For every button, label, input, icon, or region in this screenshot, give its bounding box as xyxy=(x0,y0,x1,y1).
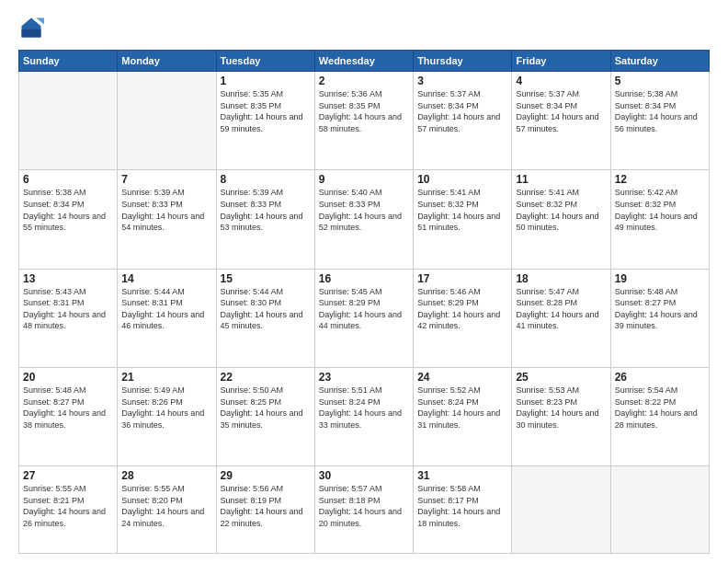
calendar-header-monday: Monday xyxy=(118,51,216,72)
day-info: Sunrise: 5:45 AMSunset: 8:29 PMDaylight:… xyxy=(319,286,409,332)
logo-icon xyxy=(18,15,44,40)
calendar-cell: 17Sunrise: 5:46 AMSunset: 8:29 PMDayligh… xyxy=(414,269,512,367)
day-number: 2 xyxy=(319,75,409,87)
day-info: Sunrise: 5:55 AMSunset: 8:20 PMDaylight:… xyxy=(121,483,211,529)
day-info: Sunrise: 5:42 AMSunset: 8:32 PMDaylight:… xyxy=(615,187,705,233)
day-info: Sunrise: 5:47 AMSunset: 8:28 PMDaylight:… xyxy=(516,286,606,332)
day-number: 27 xyxy=(23,469,113,482)
calendar-header-thursday: Thursday xyxy=(414,51,512,72)
day-number: 18 xyxy=(516,272,606,285)
day-info: Sunrise: 5:41 AMSunset: 8:32 PMDaylight:… xyxy=(516,187,606,233)
day-info: Sunrise: 5:56 AMSunset: 8:19 PMDaylight:… xyxy=(221,483,311,529)
day-number: 9 xyxy=(319,173,409,186)
calendar-cell: 14Sunrise: 5:44 AMSunset: 8:31 PMDayligh… xyxy=(118,269,216,367)
day-info: Sunrise: 5:44 AMSunset: 8:31 PMDaylight:… xyxy=(121,286,211,332)
calendar-cell: 21Sunrise: 5:49 AMSunset: 8:26 PMDayligh… xyxy=(118,367,216,465)
day-info: Sunrise: 5:39 AMSunset: 8:33 PMDaylight:… xyxy=(221,187,311,233)
header xyxy=(18,15,710,40)
calendar-cell: 4Sunrise: 5:37 AMSunset: 8:34 PMDaylight… xyxy=(512,72,610,170)
calendar-cell: 28Sunrise: 5:55 AMSunset: 8:20 PMDayligh… xyxy=(118,466,216,554)
calendar-header-saturday: Saturday xyxy=(610,51,709,72)
day-info: Sunrise: 5:57 AMSunset: 8:18 PMDaylight:… xyxy=(319,483,409,529)
day-info: Sunrise: 5:46 AMSunset: 8:29 PMDaylight:… xyxy=(417,286,507,332)
calendar-header-friday: Friday xyxy=(512,51,610,72)
calendar-cell: 31Sunrise: 5:58 AMSunset: 8:17 PMDayligh… xyxy=(414,466,512,554)
day-number: 16 xyxy=(319,272,409,285)
svg-rect-2 xyxy=(22,29,41,38)
calendar-cell: 5Sunrise: 5:38 AMSunset: 8:34 PMDaylight… xyxy=(610,72,709,170)
calendar-cell: 22Sunrise: 5:50 AMSunset: 8:25 PMDayligh… xyxy=(216,367,314,465)
day-info: Sunrise: 5:58 AMSunset: 8:17 PMDaylight:… xyxy=(417,483,507,529)
day-info: Sunrise: 5:40 AMSunset: 8:33 PMDaylight:… xyxy=(319,187,409,233)
calendar-cell: 26Sunrise: 5:54 AMSunset: 8:22 PMDayligh… xyxy=(610,367,709,465)
day-number: 31 xyxy=(417,469,507,482)
calendar-cell xyxy=(118,72,216,170)
day-number: 8 xyxy=(221,173,311,186)
day-info: Sunrise: 5:44 AMSunset: 8:30 PMDaylight:… xyxy=(221,286,311,332)
day-number: 3 xyxy=(417,75,507,87)
day-info: Sunrise: 5:39 AMSunset: 8:33 PMDaylight:… xyxy=(121,187,211,233)
day-info: Sunrise: 5:50 AMSunset: 8:25 PMDaylight:… xyxy=(221,385,311,431)
day-info: Sunrise: 5:55 AMSunset: 8:21 PMDaylight:… xyxy=(23,483,113,529)
day-number: 19 xyxy=(615,272,705,285)
calendar-cell: 6Sunrise: 5:38 AMSunset: 8:34 PMDaylight… xyxy=(19,170,118,269)
calendar-header-wednesday: Wednesday xyxy=(314,51,413,72)
calendar-cell: 25Sunrise: 5:53 AMSunset: 8:23 PMDayligh… xyxy=(512,367,610,465)
calendar-cell: 13Sunrise: 5:43 AMSunset: 8:31 PMDayligh… xyxy=(19,269,118,367)
day-number: 14 xyxy=(121,272,211,285)
calendar-cell xyxy=(512,466,610,554)
day-number: 26 xyxy=(615,371,705,384)
day-number: 25 xyxy=(516,371,606,384)
day-number: 7 xyxy=(121,173,211,186)
calendar-week-row: 20Sunrise: 5:48 AMSunset: 8:27 PMDayligh… xyxy=(19,367,710,465)
day-info: Sunrise: 5:43 AMSunset: 8:31 PMDaylight:… xyxy=(23,286,113,332)
calendar-cell xyxy=(19,72,118,170)
day-number: 11 xyxy=(516,173,606,186)
logo xyxy=(18,15,48,40)
day-info: Sunrise: 5:52 AMSunset: 8:24 PMDaylight:… xyxy=(417,385,507,431)
page: SundayMondayTuesdayWednesdayThursdayFrid… xyxy=(0,0,728,563)
calendar-cell: 29Sunrise: 5:56 AMSunset: 8:19 PMDayligh… xyxy=(216,466,314,554)
calendar-cell: 10Sunrise: 5:41 AMSunset: 8:32 PMDayligh… xyxy=(414,170,512,269)
calendar-cell: 12Sunrise: 5:42 AMSunset: 8:32 PMDayligh… xyxy=(610,170,709,269)
day-number: 28 xyxy=(121,469,211,482)
calendar-cell: 2Sunrise: 5:36 AMSunset: 8:35 PMDaylight… xyxy=(314,72,413,170)
day-info: Sunrise: 5:35 AMSunset: 8:35 PMDaylight:… xyxy=(221,88,311,134)
day-info: Sunrise: 5:36 AMSunset: 8:35 PMDaylight:… xyxy=(319,88,409,134)
calendar-cell xyxy=(610,466,709,554)
day-info: Sunrise: 5:54 AMSunset: 8:22 PMDaylight:… xyxy=(615,385,705,431)
calendar-table: SundayMondayTuesdayWednesdayThursdayFrid… xyxy=(18,50,710,554)
day-number: 17 xyxy=(417,272,507,285)
day-info: Sunrise: 5:49 AMSunset: 8:26 PMDaylight:… xyxy=(121,385,211,431)
day-number: 6 xyxy=(23,173,113,186)
day-number: 29 xyxy=(221,469,311,482)
calendar-header-row: SundayMondayTuesdayWednesdayThursdayFrid… xyxy=(19,51,710,72)
calendar-week-row: 1Sunrise: 5:35 AMSunset: 8:35 PMDaylight… xyxy=(19,72,710,170)
calendar-header-sunday: Sunday xyxy=(19,51,118,72)
day-number: 4 xyxy=(516,75,606,87)
day-number: 24 xyxy=(417,371,507,384)
calendar-cell: 23Sunrise: 5:51 AMSunset: 8:24 PMDayligh… xyxy=(314,367,413,465)
calendar-week-row: 6Sunrise: 5:38 AMSunset: 8:34 PMDaylight… xyxy=(19,170,710,269)
calendar-cell: 30Sunrise: 5:57 AMSunset: 8:18 PMDayligh… xyxy=(314,466,413,554)
calendar-cell: 19Sunrise: 5:48 AMSunset: 8:27 PMDayligh… xyxy=(610,269,709,367)
day-info: Sunrise: 5:53 AMSunset: 8:23 PMDaylight:… xyxy=(516,385,606,431)
calendar-cell: 16Sunrise: 5:45 AMSunset: 8:29 PMDayligh… xyxy=(314,269,413,367)
calendar-cell: 27Sunrise: 5:55 AMSunset: 8:21 PMDayligh… xyxy=(19,466,118,554)
day-info: Sunrise: 5:51 AMSunset: 8:24 PMDaylight:… xyxy=(319,385,409,431)
calendar-cell: 8Sunrise: 5:39 AMSunset: 8:33 PMDaylight… xyxy=(216,170,314,269)
calendar-cell: 18Sunrise: 5:47 AMSunset: 8:28 PMDayligh… xyxy=(512,269,610,367)
day-info: Sunrise: 5:37 AMSunset: 8:34 PMDaylight:… xyxy=(516,88,606,134)
day-info: Sunrise: 5:48 AMSunset: 8:27 PMDaylight:… xyxy=(615,286,705,332)
calendar-cell: 3Sunrise: 5:37 AMSunset: 8:34 PMDaylight… xyxy=(414,72,512,170)
day-number: 15 xyxy=(221,272,311,285)
calendar-cell: 15Sunrise: 5:44 AMSunset: 8:30 PMDayligh… xyxy=(216,269,314,367)
day-number: 23 xyxy=(319,371,409,384)
day-info: Sunrise: 5:38 AMSunset: 8:34 PMDaylight:… xyxy=(23,187,113,233)
day-info: Sunrise: 5:38 AMSunset: 8:34 PMDaylight:… xyxy=(615,88,705,134)
day-number: 1 xyxy=(221,75,311,87)
day-number: 21 xyxy=(121,371,211,384)
calendar-cell: 9Sunrise: 5:40 AMSunset: 8:33 PMDaylight… xyxy=(314,170,413,269)
day-number: 20 xyxy=(23,371,113,384)
calendar-cell: 11Sunrise: 5:41 AMSunset: 8:32 PMDayligh… xyxy=(512,170,610,269)
